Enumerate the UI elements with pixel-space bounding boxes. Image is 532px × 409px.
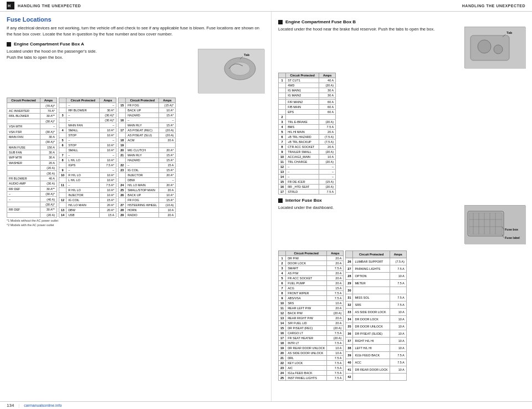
interior-fuse-box-tables: Circuit ProtectedAmps 1DR P/W20 A 2DOOR … bbox=[278, 250, 525, 381]
table-row: 42 bbox=[346, 374, 406, 381]
header-title-right: HANDLING THE UNEXPECTED bbox=[462, 4, 525, 8]
table-row: 2DOOR LOCK20 A bbox=[279, 261, 344, 266]
table-row: 14–– bbox=[279, 175, 336, 180]
right-column: Engine Compartment Fuse Box B Tab bbox=[272, 12, 532, 401]
table-row: 6STOP10 A* bbox=[59, 143, 116, 148]
header-left: H HANDLING THE UNEXPECTED bbox=[7, 2, 81, 9]
table-row: HAZARD15 A* bbox=[119, 158, 176, 163]
table-row: VSA MTR– bbox=[7, 124, 57, 129]
table-row: 26LUMBAR SUPPORT(7.5 A) bbox=[346, 258, 406, 265]
table-row: 36DR P/SEAT (SLIDE)10 A bbox=[346, 330, 406, 338]
table-row: AS P/SEAT (SLU)(20 A) bbox=[119, 133, 176, 138]
footnote2: *2 Models with the AC power outlet bbox=[7, 223, 264, 227]
page-footer: 134 | carmanualsonline.info bbox=[0, 401, 532, 409]
table-row: 22–15 A bbox=[119, 163, 176, 168]
table-row: 4WD(20 A) bbox=[279, 83, 336, 88]
table-row: DBW– bbox=[119, 178, 176, 183]
table-row: 17STRLD7.5 A bbox=[279, 190, 336, 195]
footer-divider: | bbox=[18, 403, 19, 407]
table-row: –(30 A)* bbox=[59, 118, 116, 123]
table-row: MAIN FAN30 A bbox=[7, 134, 57, 139]
table-row: 12–– bbox=[279, 165, 336, 170]
engine-box-a-table1: Circuit ProtectedAmps (70 A)* AC INVERTE… bbox=[7, 98, 57, 218]
table-row: 23A/C7.5 A bbox=[279, 366, 344, 371]
svg-text:Tab: Tab bbox=[244, 53, 250, 57]
engine-box-b-table: Circuit ProtectedAmps 1ST CUT140 A 4WD(2… bbox=[278, 73, 336, 195]
table-row: 34DR DOOR LOCK10 A bbox=[346, 316, 406, 323]
table-row: 4BMS7.5 A bbox=[279, 125, 336, 130]
table-row: 15DR P/SEAT (REC)(20 A) bbox=[279, 326, 344, 331]
table-row: –– bbox=[59, 103, 116, 108]
engine-box-b-image-container: Tab bbox=[464, 27, 525, 68]
table-row: 29RADIO20 A bbox=[119, 213, 176, 218]
table-row: 11TRL CHARGE(20 A) bbox=[279, 160, 336, 165]
engine-box-a-image: Tab bbox=[198, 49, 264, 93]
table-row: –(30 A)* bbox=[7, 192, 57, 197]
table-row: 17AS P/SEAT (REC)(20 A) bbox=[119, 128, 176, 133]
engine-box-b-title: Engine Compartment Fuse Box B bbox=[278, 19, 525, 24]
table-row: 24IG1a FEED BACK7.5 A bbox=[279, 371, 344, 376]
table-row: F/R MAIN260 A bbox=[279, 100, 336, 105]
table-row: 21MAIN RLY15 A* bbox=[119, 153, 176, 158]
table-row: 39IG1b FEED BACK7.5 A bbox=[346, 352, 406, 359]
table-row: RR BLOWER30 A* bbox=[59, 108, 116, 113]
table-row: 16RR _HTD SEAT(20 A) bbox=[279, 185, 336, 190]
table-row: 7ACG15 A bbox=[279, 286, 344, 291]
svg-point-10 bbox=[494, 45, 503, 54]
table-row: 3–(30 A)* bbox=[59, 113, 116, 118]
svg-text:Fuse label: Fuse label bbox=[505, 236, 520, 239]
table-row: 40ACC7.5 A bbox=[346, 359, 406, 366]
table-row: 5FR ACC SOCKET20 A bbox=[279, 276, 344, 281]
table-row: 25SMALL/STOP MAIN20 A bbox=[119, 188, 176, 193]
main-content: Fuse Locations If any electrical devices… bbox=[0, 12, 532, 401]
table-row: 9TRAILER SMALL(20 A) bbox=[279, 150, 336, 155]
table-row: MAIN FUSE150 A bbox=[7, 145, 57, 150]
svg-point-9 bbox=[478, 40, 491, 53]
watermark: carmanualsonline.info bbox=[24, 403, 62, 407]
table-row: SUB FAN30 A bbox=[7, 150, 57, 155]
table-row: AUDIO AMP(30 A) bbox=[7, 181, 57, 186]
table-row: 11–7.5 A* bbox=[59, 183, 116, 188]
table-row: 16–– bbox=[119, 118, 176, 123]
footnote1: *1 Models without the AC power outlet bbox=[7, 219, 264, 222]
table-row: 13–– bbox=[279, 170, 336, 175]
table-row: 9–– bbox=[59, 168, 116, 173]
table-row: 18INTR LT7.5 A bbox=[279, 341, 344, 346]
table-row: 26BACK UP10 A* bbox=[119, 193, 176, 198]
table-row: 10R H/L LO10 A* bbox=[59, 173, 116, 178]
table-row: HAZARD15 A* bbox=[119, 113, 176, 118]
table-row: 25INST PANEL LIGHTS7.5 A bbox=[279, 376, 344, 381]
table-row: 17FR SEAT HEATER(20 A) bbox=[279, 336, 344, 341]
table-row: IGPS7.5 A* bbox=[59, 163, 116, 168]
engine-box-a-tables: Circuit ProtectedAmps (70 A)* AC INVERTE… bbox=[7, 98, 264, 218]
table-row: 24H/L LO MAIN20 A* bbox=[119, 183, 176, 188]
table-row: 8L H/L LO10 A* bbox=[59, 158, 116, 163]
table-row: WASHER20 A bbox=[7, 160, 57, 165]
engine-box-a-table2: Circuit ProtectedAmps –– RR BLOWER30 A* … bbox=[59, 98, 116, 218]
table-row: 31MISS SOL7.5 A bbox=[346, 294, 406, 301]
table-row: W/P MTR30 A bbox=[7, 155, 57, 160]
table-row: RR DEF30 A** bbox=[7, 186, 57, 191]
table-row: 21DRL7.5 A bbox=[279, 356, 344, 361]
table-row: (20 A) bbox=[7, 212, 57, 217]
table-row: R H/L LO10 A* bbox=[59, 188, 116, 193]
table-row: 13DBW20 A* bbox=[59, 208, 116, 213]
table-row: MAIN RLY15 A* bbox=[119, 123, 176, 128]
table-row: (20 A) bbox=[7, 166, 57, 171]
table-row: 3SMART7.5 A bbox=[279, 266, 344, 271]
table-row: BACK UP10 A* bbox=[119, 108, 176, 113]
table-row: 2 bbox=[279, 115, 336, 120]
table-row: 27PARKING LIGHTS7.5 A bbox=[346, 265, 406, 273]
interior-fuse-box-image-container: Fuse box Fuse label bbox=[464, 205, 525, 246]
table-row: 20AS SIDE DOOR UNLOCK10 A bbox=[279, 351, 344, 356]
table-row: FR BLOWER40 A bbox=[7, 176, 57, 181]
table-row: 8FRONT WIPER7.5 A bbox=[279, 291, 344, 296]
page-number: 134 bbox=[7, 403, 14, 408]
table-row: –(40 A) bbox=[7, 197, 57, 202]
table-row: STOP10 A* bbox=[59, 133, 116, 138]
table-row: 19 bbox=[119, 143, 176, 148]
table-row: 38LEFT H/L HI10 A bbox=[346, 345, 406, 352]
left-column: Fuse Locations If any electrical devices… bbox=[0, 12, 272, 401]
table-row: VSA FSR(30 A)* bbox=[7, 129, 57, 134]
table-row: 14S/R FUEL LID20 A bbox=[279, 321, 344, 326]
